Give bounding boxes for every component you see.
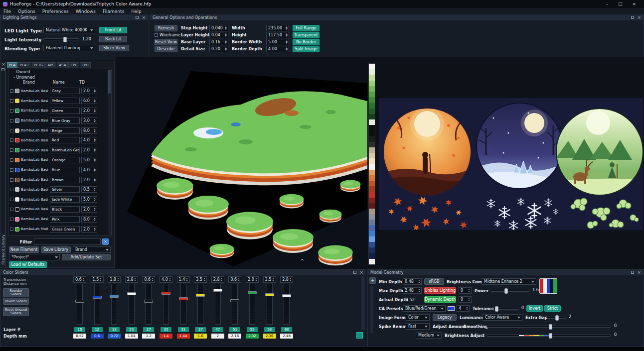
spin-down-icon[interactable] bbox=[94, 180, 96, 182]
project-dropdown[interactable]: *Project* bbox=[9, 254, 60, 260]
smoothing-handle[interactable] bbox=[549, 324, 552, 330]
spin-down-icon[interactable] bbox=[94, 131, 96, 132]
color-slider-handle[interactable] bbox=[75, 300, 84, 303]
filament-row[interactable]: BambuLab BasicBrown2.0 bbox=[8, 175, 111, 185]
color-slider-handle[interactable] bbox=[265, 293, 274, 296]
border-width-input[interactable]: 5.00 bbox=[266, 39, 289, 45]
split-image-button[interactable]: Split Image bbox=[293, 46, 320, 52]
filament-td-input[interactable]: 2.0 bbox=[81, 147, 97, 153]
spin-up-icon[interactable] bbox=[255, 278, 257, 279]
spin-down-icon[interactable] bbox=[94, 150, 96, 152]
filament-td-input[interactable]: 2.0 bbox=[81, 88, 97, 94]
tab-cpe[interactable]: CPE bbox=[68, 62, 79, 68]
load-defaults-button[interactable]: Load w/ Defaults bbox=[9, 261, 47, 268]
spin-up-icon[interactable] bbox=[203, 278, 205, 279]
strict-button[interactable]: Strict bbox=[544, 305, 561, 312]
color-slider-handle[interactable] bbox=[179, 297, 188, 300]
spin-down-icon[interactable] bbox=[169, 280, 171, 281]
color-slider-handle[interactable] bbox=[196, 294, 205, 297]
spin-up-icon[interactable] bbox=[418, 289, 420, 290]
spin-up-icon[interactable] bbox=[94, 208, 96, 209]
spinner-arrows[interactable] bbox=[93, 128, 96, 133]
spin-down-icon[interactable] bbox=[94, 91, 96, 93]
led-light-type-dropdown[interactable]: Natural White 4000K bbox=[43, 27, 95, 33]
spinner-arrows[interactable] bbox=[185, 277, 189, 282]
spin-up-icon[interactable] bbox=[94, 99, 96, 101]
spinner-arrows[interactable] bbox=[93, 109, 96, 113]
color-slider-handle[interactable] bbox=[110, 295, 119, 298]
spin-down-icon[interactable] bbox=[94, 190, 96, 191]
smoothing-slider[interactable] bbox=[486, 326, 611, 328]
spin-down-icon[interactable] bbox=[152, 280, 154, 281]
spin-up-icon[interactable] bbox=[117, 278, 119, 279]
filament-checkbox[interactable] bbox=[10, 129, 13, 132]
tab-tpu[interactable]: TPU bbox=[80, 62, 91, 68]
filament-checkbox[interactable] bbox=[10, 99, 13, 103]
spin-down-icon[interactable] bbox=[94, 170, 96, 172]
wireframe-checkbox[interactable] bbox=[155, 33, 158, 37]
spinner-arrows[interactable] bbox=[93, 89, 96, 93]
close-panel-icon[interactable]: × bbox=[142, 16, 146, 19]
color-slider-track[interactable] bbox=[232, 284, 238, 325]
spin-down-icon[interactable] bbox=[290, 280, 292, 281]
back-lit-button[interactable]: Back Lit bbox=[99, 36, 127, 42]
filament-checkbox[interactable] bbox=[10, 208, 13, 211]
color-slider-track[interactable] bbox=[249, 284, 255, 325]
color-slider-handle[interactable] bbox=[127, 292, 136, 295]
filter-input[interactable] bbox=[34, 238, 101, 245]
filament-name-input[interactable]: BambuLab Green bbox=[50, 147, 80, 153]
filament-row[interactable]: BambuLab MatteGrass Green2.0 bbox=[8, 224, 111, 234]
spin-down-icon[interactable] bbox=[134, 280, 136, 281]
tab-pla[interactable]: PLA bbox=[7, 62, 17, 68]
spin-up-icon[interactable] bbox=[100, 278, 102, 279]
spin-down-icon[interactable] bbox=[468, 291, 470, 292]
spin-up-icon[interactable] bbox=[290, 278, 292, 279]
color-slider-track[interactable] bbox=[77, 284, 83, 325]
filament-checkbox[interactable] bbox=[10, 158, 13, 162]
spin-down-icon[interactable] bbox=[83, 280, 85, 281]
spin-up-icon[interactable] bbox=[286, 40, 288, 42]
spin-up-icon[interactable] bbox=[169, 278, 171, 279]
spinner-arrows[interactable] bbox=[93, 197, 96, 202]
spin-down-icon[interactable] bbox=[225, 28, 227, 30]
ca-presets-dropdown[interactable]: Blue/Red/Green bbox=[403, 305, 446, 312]
spin-down-icon[interactable] bbox=[286, 49, 288, 51]
filament-name-input[interactable]: Pink bbox=[50, 216, 80, 223]
spin-down-icon[interactable] bbox=[238, 280, 240, 281]
filament-checkbox[interactable] bbox=[10, 218, 13, 221]
transmission-distance-input[interactable]: 2.8 bbox=[125, 276, 138, 283]
spin-down-icon[interactable] bbox=[272, 280, 274, 281]
spin-up-icon[interactable] bbox=[94, 228, 96, 229]
filament-td-input[interactable]: 4.0 bbox=[81, 167, 97, 173]
filament-row[interactable]: BambuLab BasicBeige8.0 bbox=[8, 125, 111, 135]
color-slider-track[interactable] bbox=[267, 284, 273, 325]
spinner-arrows[interactable] bbox=[99, 277, 103, 282]
filament-td-input[interactable]: 8.0 bbox=[81, 216, 97, 223]
spinner-arrows[interactable] bbox=[93, 99, 96, 103]
float-panel-icon[interactable] bbox=[631, 16, 634, 19]
filament-name-input[interactable]: Grass Green bbox=[50, 226, 80, 233]
filament-td-input[interactable]: 4.0 bbox=[81, 137, 97, 143]
spinner-arrows[interactable] bbox=[285, 40, 288, 44]
geometry-scrollbar[interactable] bbox=[370, 286, 373, 333]
light-intensity-handle[interactable] bbox=[63, 37, 67, 42]
transmission-distance-input[interactable]: 2.0 bbox=[246, 276, 259, 283]
float-panel-icon[interactable] bbox=[631, 271, 634, 274]
spinner-arrows[interactable] bbox=[93, 178, 96, 182]
layer-height-input[interactable]: 0.04 bbox=[209, 32, 228, 38]
ca-color-swatch[interactable] bbox=[448, 306, 455, 311]
clear-filter-button[interactable]: × bbox=[102, 238, 109, 245]
filament-td-input[interactable]: 0.5 bbox=[81, 186, 97, 193]
filament-td-input[interactable]: 5.0 bbox=[81, 157, 97, 163]
maximize-button[interactable]: □ bbox=[618, 0, 623, 8]
spin-up-icon[interactable] bbox=[468, 289, 470, 290]
spin-up-icon[interactable] bbox=[272, 278, 274, 279]
power-handle[interactable] bbox=[504, 288, 508, 294]
spin-down-icon[interactable] bbox=[94, 121, 96, 122]
color-slider-track[interactable] bbox=[129, 284, 135, 325]
filament-td-input[interactable]: 5.0 bbox=[81, 196, 97, 203]
spin-up-icon[interactable] bbox=[220, 278, 222, 279]
spinner-arrows[interactable] bbox=[285, 47, 288, 51]
color-slider-track[interactable] bbox=[284, 284, 290, 325]
transparent-button[interactable]: Transparent bbox=[293, 32, 320, 38]
